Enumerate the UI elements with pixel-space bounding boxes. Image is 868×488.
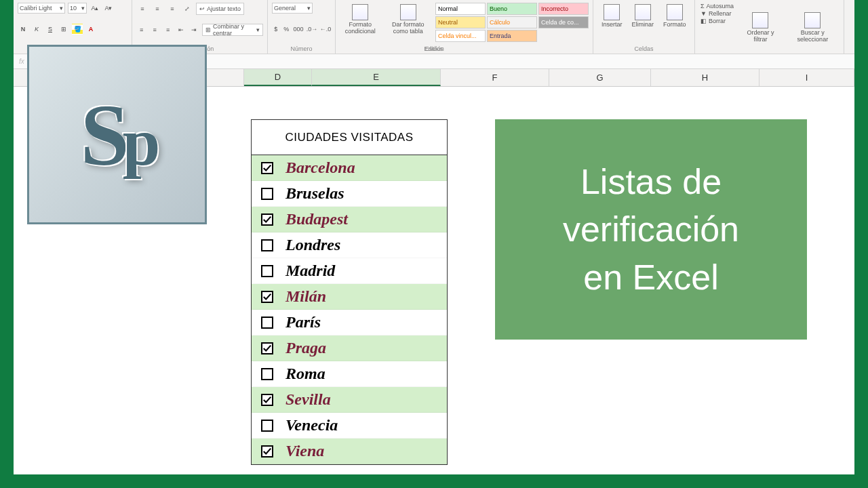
wrap-text-button[interactable]: ↩Ajustar texto (196, 3, 244, 15)
fill-icon: ▼ (701, 10, 707, 17)
title-line: verificación (563, 205, 739, 253)
style-cell[interactable]: Entrada (487, 30, 537, 42)
style-cell[interactable]: Incorrecto (538, 3, 589, 15)
table-row: Praga (252, 336, 447, 361)
format-icon (667, 4, 683, 20)
column-header-D[interactable]: D (244, 69, 312, 86)
conditional-format-icon (352, 4, 368, 20)
font-color-button[interactable]: A (85, 24, 96, 35)
clear-button[interactable]: ◧Borrar (699, 18, 735, 24)
style-cell[interactable]: Celda vincul... (435, 30, 486, 42)
city-name: Bruselas (285, 184, 344, 203)
conditional-format-button[interactable]: Formato condicional (340, 3, 381, 37)
checkbox[interactable] (261, 317, 273, 329)
checkbox[interactable] (261, 188, 273, 200)
merge-icon: ⊞ (205, 26, 211, 33)
city-name: Venecia (285, 416, 338, 434)
title-card: Listas de verificación en Excel (495, 119, 807, 340)
city-name: Sevilla (285, 390, 331, 409)
align-right-icon[interactable]: ≡ (163, 24, 173, 35)
title-line: en Excel (583, 253, 718, 301)
column-header-F[interactable]: F (441, 69, 549, 86)
city-name: París (285, 313, 321, 331)
title-line: Listas de (580, 158, 722, 205)
currency-icon[interactable]: $ (272, 24, 280, 35)
chevron-down-icon: ▾ (60, 5, 63, 12)
checkbox[interactable] (261, 445, 273, 458)
insert-icon (604, 4, 620, 20)
decrease-font-icon[interactable]: A▾ (103, 3, 114, 14)
sort-icon (752, 12, 768, 28)
align-bottom-icon[interactable]: ≡ (166, 3, 178, 14)
font-name-select[interactable]: Calibri Light▾ (18, 3, 65, 14)
font-size-select[interactable]: 10▾ (68, 3, 87, 14)
decrease-decimal-icon[interactable]: ←.0 (320, 24, 331, 35)
cell-styles-gallery[interactable]: NormalBuenoIncorrectoNeutralCálculoCelda… (435, 3, 589, 42)
merge-center-button[interactable]: ⊞Combinar y centrar▾ (202, 24, 263, 36)
increase-decimal-icon[interactable]: .0→ (307, 24, 317, 35)
city-name: Londres (285, 236, 340, 254)
checkbox[interactable] (261, 162, 273, 174)
checkbox[interactable] (261, 291, 273, 303)
find-icon (804, 12, 821, 28)
checkbox[interactable] (261, 239, 273, 251)
chevron-down-icon: ▾ (256, 26, 260, 33)
align-top-icon[interactable]: ≡ (136, 3, 149, 14)
chevron-down-icon: ▾ (307, 5, 311, 12)
align-left-icon[interactable]: ≡ (136, 24, 146, 35)
style-cell[interactable]: Cálculo (487, 16, 537, 28)
cities-table: CIUDADES VISITADAS BarcelonaBruselasBuda… (251, 119, 448, 465)
italic-button[interactable]: K (31, 24, 42, 35)
cities-table-header: CIUDADES VISITADAS (252, 120, 447, 155)
align-middle-icon[interactable]: ≡ (151, 3, 163, 14)
orientation-icon[interactable]: ⤢ (181, 3, 193, 14)
indent-increase-icon[interactable]: ⇥ (189, 24, 199, 35)
style-cell[interactable]: Normal (435, 3, 486, 15)
table-row: Budapest (252, 207, 447, 232)
bold-button[interactable]: N (18, 24, 28, 35)
increase-font-icon[interactable]: A▴ (90, 3, 100, 14)
delete-icon (635, 4, 651, 20)
fill-button[interactable]: ▼Rellenar (699, 10, 735, 17)
city-name: Roma (285, 365, 326, 383)
number-format-select[interactable]: General▾ (272, 3, 313, 14)
column-header-E[interactable]: E (312, 69, 441, 86)
fill-color-button[interactable]: 🪣 (72, 24, 83, 35)
underline-button[interactable]: S (45, 24, 56, 35)
table-row: Milán (252, 284, 447, 310)
checkbox[interactable] (261, 420, 273, 432)
checkbox[interactable] (261, 368, 273, 380)
format-button[interactable]: Formato (659, 3, 690, 30)
delete-button[interactable]: Eliminar (628, 3, 658, 30)
insert-button[interactable]: Insertar (597, 3, 627, 30)
border-button[interactable]: ⊞ (58, 24, 69, 35)
wrap-icon: ↩ (199, 5, 205, 12)
thousands-icon[interactable]: 000 (293, 24, 304, 35)
column-header-H[interactable]: H (651, 69, 760, 86)
autosum-button[interactable]: ΣAutosuma (699, 3, 735, 9)
column-header-G[interactable]: G (549, 69, 651, 86)
format-as-table-button[interactable]: Dar formato como tabla (385, 3, 431, 37)
align-center-icon[interactable]: ≡ (149, 24, 159, 35)
table-row: Madrid (252, 258, 447, 284)
sp-logo: Sp (27, 45, 207, 224)
indent-decrease-icon[interactable]: ⇤ (176, 24, 186, 35)
style-cell[interactable]: Bueno (487, 3, 537, 15)
ribbon-group-editing: ΣAutosuma ▼Rellenar ◧Borrar Ordenar y fi… (695, 0, 844, 54)
checkbox[interactable] (261, 342, 273, 354)
style-cell[interactable]: Neutral (435, 16, 486, 28)
table-row: Roma (252, 361, 447, 387)
percent-icon[interactable]: % (283, 24, 291, 35)
worksheet-area[interactable]: Sp CIUDADES VISITADAS BarcelonaBruselasB… (14, 87, 854, 474)
checkbox[interactable] (261, 265, 273, 277)
eraser-icon: ◧ (701, 18, 707, 24)
column-header-I[interactable]: I (760, 69, 854, 86)
chevron-down-icon: ▾ (81, 5, 85, 12)
style-cell[interactable]: Celda de co... (538, 16, 589, 28)
city-name: Viena (285, 442, 324, 460)
table-row: Bruselas (252, 181, 447, 207)
checkbox[interactable] (261, 394, 273, 406)
checkbox[interactable] (261, 214, 273, 226)
table-icon (400, 4, 416, 20)
fx-icon: fx (19, 58, 24, 65)
